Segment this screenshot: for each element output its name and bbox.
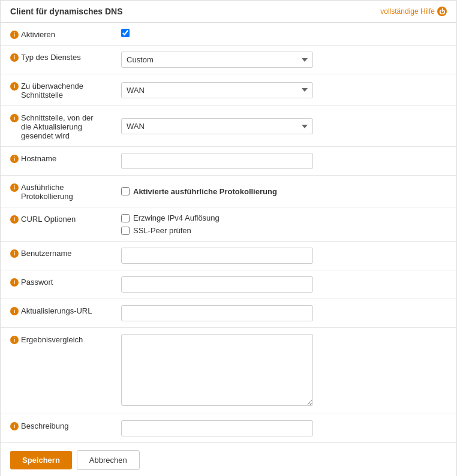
label-ipv4: Erzwinge IPv4 Auflösung — [133, 213, 220, 222]
info-icon-typ: i — [10, 53, 19, 62]
label-ssl-peer: SSL-Peer prüfen — [133, 226, 191, 235]
checkbox-protokollierung[interactable] — [121, 187, 130, 195]
row-curl-optionen: i CURL Optionen Erzwinge IPv4 Auflösung … — [1, 207, 456, 242]
textarea-ergebnisvergleich[interactable] — [121, 334, 313, 406]
input-aktualisierungs-url[interactable] — [121, 305, 313, 321]
cancel-button[interactable]: Abbrechen — [77, 450, 140, 470]
select-typ-des-dienstes[interactable]: Custom DynDNS No-IP Hurricane Electric — [121, 52, 313, 68]
input-hostname[interactable] — [121, 153, 313, 169]
label-ergebnis: Ergebnisvergleich — [21, 335, 83, 344]
info-icon-benutzername: i — [10, 249, 19, 258]
info-icon-ergebnis: i — [10, 336, 19, 344]
info-icon-beschreibung: i — [10, 422, 19, 430]
row-benutzername: i Benutzername — [1, 242, 456, 270]
row-beschreibung: i Beschreibung — [1, 414, 456, 443]
info-icon-url: i — [10, 307, 19, 315]
row-passwort: i Passwort — [1, 270, 456, 299]
info-icon-passwort: i — [10, 278, 19, 287]
row-ergebnisvergleich: i Ergebnisvergleich — [1, 328, 456, 414]
button-row: Speichern Abbrechen — [1, 443, 456, 476]
label-curl: CURL Optionen — [21, 215, 76, 224]
row-aktualisierungs-url: i Aktualisierungs-URL — [1, 299, 456, 328]
help-link[interactable]: vollständige Hilfe ⏻ — [380, 7, 447, 16]
row-aktivieren: i Aktivieren — [1, 23, 456, 46]
input-benutzername[interactable] — [121, 248, 313, 264]
label-aktualisierung: Schnittstelle, von der die Aktualisierun… — [21, 113, 102, 140]
row-schnittstelle-ueberwachend: i Zu überwachende Schnittstelle WAN LAN … — [1, 74, 456, 106]
label-hostname: Hostname — [21, 154, 56, 163]
help-label: vollständige Hilfe — [380, 7, 435, 16]
checkbox-aktivieren[interactable] — [121, 29, 130, 37]
label-protokollierung: Ausführliche Protokollierung — [21, 183, 102, 201]
page-title: Client für dynamisches DNS — [10, 7, 123, 16]
row-protokollierung: i Ausführliche Protokollierung Aktiviert… — [1, 176, 456, 207]
info-icon-hostname: i — [10, 155, 19, 163]
save-button[interactable]: Speichern — [10, 451, 72, 469]
label-typ: Typ des Dienstes — [21, 53, 81, 62]
label-benutzername: Benutzername — [21, 249, 72, 258]
select-schnittstelle-aktualisierung[interactable]: WAN LAN OPT1 — [121, 118, 313, 134]
label-passwort: Passwort — [21, 278, 53, 287]
row-hostname: i Hostname — [1, 147, 456, 176]
help-icon: ⏻ — [437, 7, 447, 16]
info-icon-schnittstelle: i — [10, 82, 19, 91]
info-icon-aktivieren: i — [10, 31, 19, 39]
select-schnittstelle-ueberwachend[interactable]: WAN LAN OPT1 — [121, 82, 313, 98]
checkbox-ssl-peer[interactable] — [121, 227, 130, 235]
label-beschreibung: Beschreibung — [21, 421, 69, 430]
label-aktivieren: Aktivieren — [21, 30, 55, 39]
info-icon-protokollierung: i — [10, 183, 19, 192]
label-schnittstelle: Zu überwachende Schnittstelle — [21, 82, 102, 100]
protokollierung-label: Aktivierte ausführliche Protokollierung — [133, 187, 277, 196]
input-passwort[interactable] — [121, 276, 313, 293]
row-schnittstelle-aktualisierung: i Schnittstelle, von der die Aktualisier… — [1, 106, 456, 147]
checkbox-ipv4[interactable] — [121, 214, 130, 222]
label-url: Aktualisierungs-URL — [21, 306, 92, 315]
row-typ-des-dienstes: i Typ des Dienstes Custom DynDNS No-IP H… — [1, 46, 456, 74]
input-beschreibung[interactable] — [121, 420, 313, 436]
info-icon-curl: i — [10, 215, 19, 224]
info-icon-aktualisierung: i — [10, 114, 19, 122]
